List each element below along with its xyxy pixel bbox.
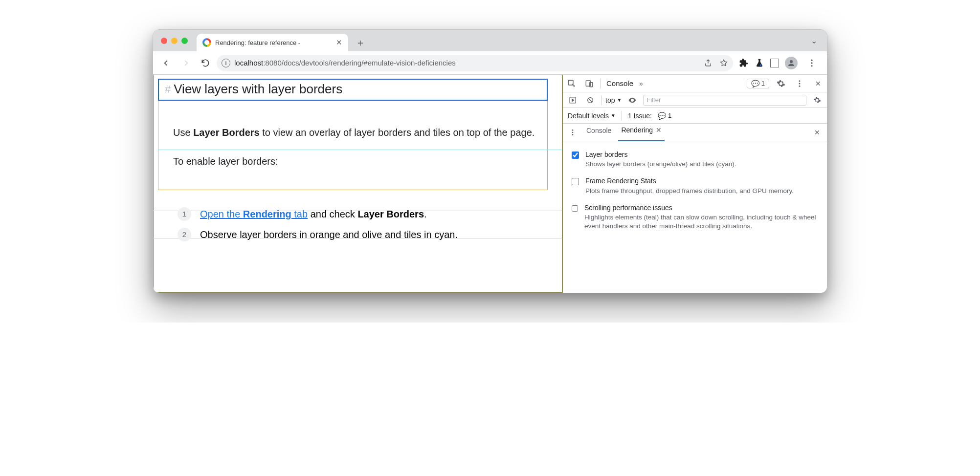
option-desc: Plots frame throughput, dropped frames d… bbox=[585, 187, 794, 195]
console-play-icon[interactable] bbox=[566, 93, 579, 107]
extensions-icon[interactable] bbox=[739, 58, 749, 68]
fullscreen-window-button[interactable] bbox=[181, 38, 188, 44]
list-item: 2 Observe layer borders in orange and ol… bbox=[178, 224, 548, 245]
svg-point-9 bbox=[799, 83, 801, 84]
live-expression-eye-icon[interactable] bbox=[625, 93, 639, 107]
browser-toolbar: i localhost:8080/docs/devtools/rendering… bbox=[153, 51, 827, 75]
minimize-window-button[interactable] bbox=[171, 38, 178, 44]
log-levels-selector[interactable]: Default levels▼ bbox=[568, 112, 616, 120]
drawer-tabbar: Console Rendering✕ ✕ bbox=[563, 124, 827, 141]
console-level-bar: Default levels▼ 1 Issue: 💬1 bbox=[563, 108, 827, 124]
labs-flask-icon[interactable] bbox=[755, 58, 764, 68]
option-desc: Shows layer borders (orange/olive) and t… bbox=[585, 160, 736, 169]
window-controls bbox=[158, 30, 194, 51]
issue-icon: 💬 bbox=[658, 112, 666, 120]
svg-point-14 bbox=[572, 131, 574, 133]
step-text: Observe layer borders in orange and oliv… bbox=[200, 224, 458, 245]
tab-list-chevron-icon[interactable]: ⌄ bbox=[811, 36, 817, 45]
console-toolbar: top▼ Filter bbox=[563, 92, 827, 108]
svg-point-0 bbox=[760, 64, 761, 65]
devtools-close-icon[interactable]: ✕ bbox=[811, 77, 825, 90]
devtools-tabbar: Console » 💬1 ✕ bbox=[563, 75, 827, 92]
context-selector[interactable]: top▼ bbox=[605, 96, 622, 104]
drawer-menu-icon[interactable] bbox=[566, 126, 579, 139]
content-area: # View layers with layer borders Use Lay… bbox=[153, 75, 827, 293]
paragraph-box: Use Layer Borders to view an overlay of … bbox=[158, 101, 548, 190]
new-tab-button[interactable]: ＋ bbox=[353, 35, 368, 50]
heading-text: View layers with layer borders bbox=[174, 82, 342, 97]
browser-window: Rendering: feature reference - ✕ ＋ ⌄ i l… bbox=[153, 29, 827, 293]
devtools-panel: Console » 💬1 ✕ top▼ Filter Defau bbox=[563, 75, 827, 293]
devtools-tab-console[interactable]: Console bbox=[604, 79, 635, 87]
issue-label: 1 Issue: bbox=[628, 112, 652, 120]
issue-icon: 💬 bbox=[751, 80, 759, 87]
back-button[interactable] bbox=[158, 55, 175, 71]
browser-tab[interactable]: Rendering: feature reference - ✕ bbox=[197, 34, 348, 51]
console-settings-icon[interactable] bbox=[810, 93, 824, 107]
option-layer-borders[interactable]: Layer borders Shows layer borders (orang… bbox=[570, 146, 820, 173]
drawer-tab-console[interactable]: Console bbox=[583, 124, 614, 141]
option-scrolling-perf[interactable]: Scrolling performance issues Highlights … bbox=[570, 199, 820, 235]
device-toolbar-icon[interactable] bbox=[582, 77, 596, 90]
reload-button[interactable] bbox=[197, 55, 214, 71]
drawer-close-icon[interactable]: ✕ bbox=[810, 126, 824, 139]
svg-point-10 bbox=[799, 85, 801, 87]
close-drawer-tab-icon[interactable]: ✕ bbox=[656, 126, 662, 134]
layer-borders-checkbox[interactable] bbox=[572, 151, 579, 159]
rendered-page: # View layers with layer borders Use Lay… bbox=[153, 75, 563, 293]
devtools-menu-icon[interactable] bbox=[793, 77, 806, 90]
url-text: localhost:8080/docs/devtools/rendering/#… bbox=[234, 59, 456, 67]
clear-console-icon[interactable] bbox=[583, 93, 597, 107]
svg-point-3 bbox=[811, 62, 812, 64]
svg-point-1 bbox=[790, 60, 793, 63]
intro-paragraph: Use Layer Borders to view an overlay of … bbox=[173, 125, 535, 140]
step-number: 1 bbox=[178, 207, 191, 221]
console-filter-input[interactable]: Filter bbox=[643, 95, 806, 106]
scrolling-perf-checkbox[interactable] bbox=[572, 205, 578, 212]
option-title: Scrolling performance issues bbox=[584, 203, 820, 212]
svg-point-4 bbox=[811, 65, 812, 66]
address-bar[interactable]: i localhost:8080/docs/devtools/rendering… bbox=[217, 55, 733, 71]
step-number: 2 bbox=[178, 228, 191, 241]
option-desc: Highlights elements (teal) that can slow… bbox=[584, 213, 820, 231]
open-rendering-tab-link[interactable]: Open the Rendering tab bbox=[200, 209, 308, 219]
site-info-icon[interactable]: i bbox=[222, 59, 230, 67]
heading-anchor-hash[interactable]: # bbox=[165, 83, 171, 96]
browser-menu-button[interactable] bbox=[803, 55, 820, 71]
close-tab-icon[interactable]: ✕ bbox=[336, 38, 342, 47]
instruction-paragraph: To enable layer borders: bbox=[173, 154, 535, 169]
heading-selected: # View layers with layer borders bbox=[158, 79, 548, 101]
profile-avatar[interactable] bbox=[785, 57, 798, 69]
chrome-favicon-icon bbox=[202, 38, 211, 47]
side-panel-icon[interactable] bbox=[770, 59, 779, 67]
option-title: Layer borders bbox=[585, 150, 736, 159]
svg-point-2 bbox=[811, 59, 812, 61]
issues-badge[interactable]: 💬1 bbox=[747, 79, 769, 88]
svg-point-8 bbox=[799, 80, 801, 82]
issue-link[interactable]: 💬1 bbox=[658, 112, 671, 120]
list-item: 1 Open the Rendering tab and check Layer… bbox=[178, 204, 548, 224]
toolbar-actions bbox=[736, 55, 822, 71]
tab-strip: Rendering: feature reference - ✕ ＋ ⌄ bbox=[153, 30, 827, 51]
svg-point-15 bbox=[572, 134, 574, 135]
tab-title: Rendering: feature reference - bbox=[215, 39, 332, 46]
option-frame-rendering-stats[interactable]: Frame Rendering Stats Plots frame throug… bbox=[570, 173, 820, 199]
devtools-more-tabs[interactable]: » bbox=[639, 80, 643, 87]
option-title: Frame Rendering Stats bbox=[585, 176, 794, 185]
frame-stats-checkbox[interactable] bbox=[572, 178, 579, 185]
forward-button bbox=[178, 55, 194, 71]
steps-list: 1 Open the Rendering tab and check Layer… bbox=[158, 204, 548, 245]
bookmark-star-icon[interactable] bbox=[719, 59, 728, 67]
drawer-tab-rendering[interactable]: Rendering✕ bbox=[618, 124, 665, 141]
close-window-button[interactable] bbox=[161, 38, 167, 44]
svg-point-13 bbox=[572, 130, 574, 131]
devtools-settings-icon[interactable] bbox=[774, 77, 788, 90]
rendering-panel: Layer borders Shows layer borders (orang… bbox=[563, 141, 827, 293]
share-icon[interactable] bbox=[704, 59, 713, 67]
inspect-element-icon[interactable] bbox=[565, 77, 579, 90]
